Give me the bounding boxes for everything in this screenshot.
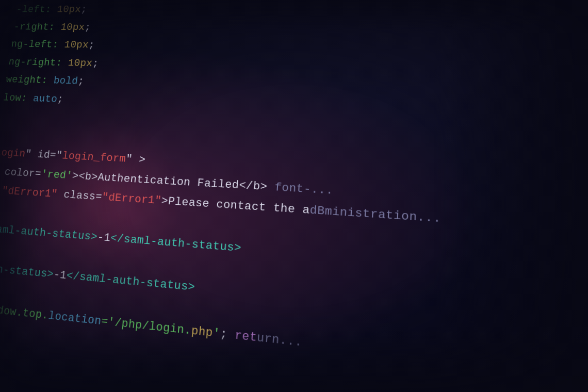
code-token: ><b> [72, 170, 99, 183]
code-token: 10px [63, 40, 89, 51]
edge-blur-right [433, 0, 588, 392]
code-token: ; [220, 327, 235, 342]
code-token: -left: [15, 4, 58, 15]
code-token: urn... [256, 331, 303, 350]
code-token: window.top. [0, 302, 49, 322]
code-token: " > [125, 153, 146, 166]
code-token: -1 [96, 231, 111, 244]
code-token: "dError1" [1, 185, 58, 201]
code-token: auth-status> [0, 262, 54, 281]
code-token: "dError1" [101, 191, 162, 207]
code-token: ; [80, 4, 88, 15]
code-token: ; [84, 22, 91, 32]
code-token: ret [234, 329, 257, 345]
code-token-location: location [47, 309, 102, 328]
code-token: " id=" [25, 148, 63, 161]
code-token: login [0, 147, 26, 160]
code-token: 10px [68, 57, 93, 69]
code-line-1: -left: 10px; [15, 1, 453, 20]
code-token: </b> [238, 179, 268, 193]
code-token: 10px [60, 22, 85, 32]
code-token: low: [3, 92, 34, 104]
code-token: bold [53, 75, 78, 87]
code-token: -1 [53, 268, 67, 282]
code-token: auto [32, 93, 58, 105]
code-token: ng-left: [10, 39, 65, 50]
code-token: 'red' [40, 168, 73, 182]
code-token: ng-right: [8, 56, 69, 69]
code-token: t color= [0, 166, 42, 180]
code-token: weight: [5, 74, 54, 87]
code-token: class= [57, 188, 103, 203]
code-token: ; [77, 76, 85, 87]
screen: -left: 10px; -right: 10px; ng-left: 10px… [0, 0, 588, 392]
code-token: 10px [56, 4, 81, 15]
code-token: font-... [267, 181, 334, 197]
code-token: -right: [13, 22, 61, 32]
code-container: -left: 10px; -right: 10px; ng-left: 10px… [0, 1, 453, 392]
code-token: ; [88, 40, 95, 51]
code-token: login_form [61, 150, 126, 165]
code-token: ; [92, 58, 100, 69]
code-token: ; [57, 93, 64, 105]
code-token: php [191, 324, 214, 340]
